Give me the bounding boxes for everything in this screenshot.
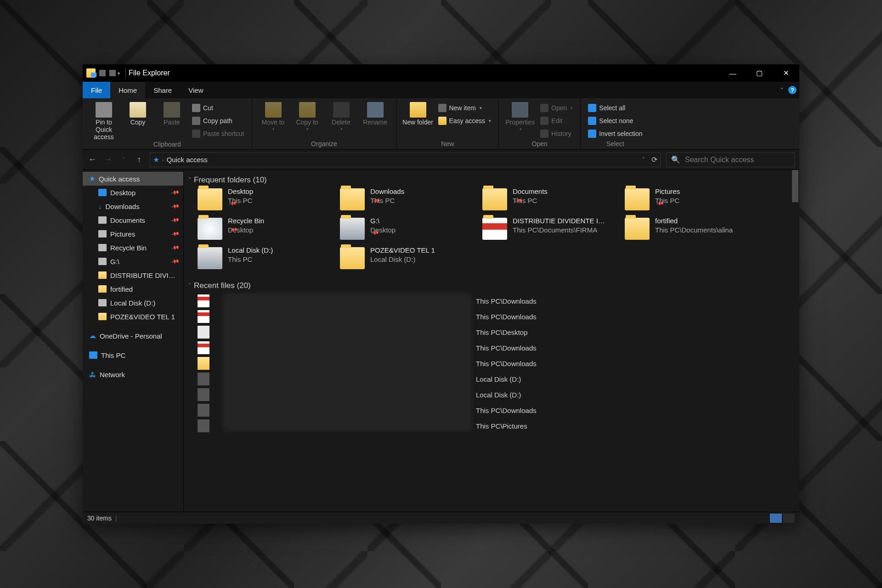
app-icon [86, 68, 96, 78]
frequent-folder[interactable]: DocumentsThis PC📌 [482, 187, 620, 214]
sidebar-icon [98, 230, 107, 237]
file-thumbnail [198, 357, 209, 370]
properties-button[interactable]: Properties▾ [503, 101, 537, 131]
paste-button[interactable]: Paste [155, 101, 188, 126]
sidebar-item-label: fortified [110, 285, 133, 293]
navigation-bar: ← → ˅ ↑ ★ › Quick access ˅ ⟳ 🔍 Search Qu… [83, 150, 799, 170]
qat-dropdown-icon[interactable]: ▾ [118, 71, 120, 76]
vertical-scrollbar[interactable] [791, 170, 799, 512]
ribbon-group-clipboard: Pin to Quick access Copy Paste Cut Copy … [83, 98, 252, 149]
edit-button[interactable]: Edit [537, 115, 576, 127]
copy-button[interactable]: Copy [121, 101, 154, 126]
folder-name: Local Disk (D:) [228, 246, 273, 255]
sidebar-item[interactable]: G:\📌 [83, 254, 183, 268]
recent-file-location: This PC\Downloads [476, 313, 537, 321]
move-icon [265, 102, 282, 118]
copy-path-icon [192, 117, 200, 125]
rename-button[interactable]: Rename [359, 101, 392, 126]
frequent-folder[interactable]: Local Disk (D:)This PC [198, 246, 335, 273]
navigation-pane[interactable]: ★ Quick access Desktop📌↓Downloads📌Docume… [83, 170, 184, 512]
chevron-down-icon: ˅ [188, 283, 191, 289]
titlebar[interactable]: ▾ File Explorer — ▢ ✕ [83, 64, 799, 82]
address-bar[interactable]: ★ › Quick access ˅ ⟳ [150, 153, 661, 167]
up-button[interactable]: ↑ [134, 155, 144, 164]
collapse-ribbon-icon[interactable]: ˄ [780, 87, 784, 94]
sidebar-item[interactable]: POZE&VIDEO TEL 1 [83, 310, 183, 323]
folder-name: Documents [513, 187, 548, 196]
pc-icon [89, 351, 97, 359]
forward-button[interactable]: → [103, 155, 113, 164]
copy-to-button[interactable]: Copy to▾ [291, 101, 324, 131]
sidebar-item[interactable]: Local Disk (D:) [83, 296, 183, 310]
paste-shortcut-button[interactable]: Paste shortcut [189, 128, 247, 140]
pin-to-quick-access-button[interactable]: Pin to Quick access [87, 101, 120, 141]
tab-file[interactable]: File [83, 82, 110, 98]
sidebar-this-pc[interactable]: This PC [83, 348, 183, 362]
help-icon[interactable]: ? [788, 86, 797, 94]
copy-path-button[interactable]: Copy path [189, 115, 247, 127]
frequent-folder[interactable]: PicturesThis PC📌 [625, 187, 763, 214]
sidebar-item[interactable]: Documents📌 [83, 213, 183, 227]
select-none-button[interactable]: Select none [585, 115, 645, 127]
history-button[interactable]: History [537, 128, 576, 140]
refresh-button[interactable]: ⟳ [651, 155, 657, 164]
address-text: Quick access [167, 156, 208, 164]
separator [125, 68, 126, 78]
sidebar-item-label: G:\ [110, 258, 119, 266]
sidebar-network[interactable]: 🖧Network [83, 368, 183, 381]
new-item-button[interactable]: New item▾ [435, 102, 494, 114]
file-explorer-window: ▾ File Explorer — ▢ ✕ File Home Share Vi… [83, 64, 799, 524]
qat-slot[interactable] [99, 70, 106, 76]
open-button[interactable]: Open▾ [537, 102, 576, 114]
large-icons-view-button[interactable] [783, 514, 795, 523]
frequent-folder[interactable]: POZE&VIDEO TEL 1Local Disk (D:) [340, 246, 478, 273]
tab-share[interactable]: Share [145, 82, 180, 98]
scroll-thumb[interactable] [792, 170, 798, 202]
tab-home[interactable]: Home [110, 82, 145, 98]
sidebar-item[interactable]: Desktop📌 [83, 186, 183, 199]
window-title: File Explorer [129, 69, 170, 77]
group-label: New [401, 140, 494, 148]
invert-selection-button[interactable]: Invert selection [585, 128, 645, 140]
move-to-button[interactable]: Move to▾ [257, 101, 290, 131]
delete-button[interactable]: Delete▾ [325, 101, 358, 131]
select-all-button[interactable]: Select all [585, 102, 645, 114]
sidebar-item[interactable]: ↓Downloads📌 [83, 199, 183, 213]
folder-location: This PC [228, 255, 273, 264]
sidebar-icon [98, 216, 107, 224]
section-recent-files[interactable]: ˅Recent files (20) [187, 279, 799, 293]
chevron-right-icon: › [162, 157, 164, 163]
sidebar-icon [98, 285, 107, 293]
quick-access-star-icon: ★ [153, 155, 159, 164]
address-dropdown-icon[interactable]: ˅ [642, 157, 645, 163]
search-input[interactable]: 🔍 Search Quick access [666, 153, 795, 167]
sidebar-item[interactable]: Pictures📌 [83, 227, 183, 241]
maximize-button[interactable]: ▢ [746, 64, 773, 82]
sidebar-onedrive[interactable]: ☁OneDrive - Personal [83, 329, 183, 343]
tab-view[interactable]: View [180, 82, 211, 98]
sidebar-quick-access[interactable]: ★ Quick access [83, 172, 183, 186]
frequent-folder[interactable]: DownloadsThis PC📌 [340, 187, 478, 214]
sidebar-item[interactable]: Recycle Bin📌 [83, 241, 183, 254]
recent-locations-button[interactable]: ˅ [119, 157, 129, 163]
easy-access-button[interactable]: Easy access▾ [435, 115, 494, 127]
new-folder-button[interactable]: New folder [401, 101, 435, 126]
separator: | [115, 514, 117, 522]
recent-file-location: This PC\Downloads [476, 344, 537, 352]
select-all-icon [588, 104, 596, 112]
qat-slot[interactable] [109, 70, 116, 76]
file-thumbnail [198, 310, 209, 323]
back-button[interactable]: ← [87, 155, 97, 164]
frequent-folder[interactable]: DISTRIBUTIE DIVIDENTE IU…This PC\Documen… [482, 217, 620, 243]
cut-button[interactable]: Cut [189, 102, 247, 114]
frequent-folder[interactable]: Recycle BinDesktop📌 [198, 217, 335, 243]
close-button[interactable]: ✕ [773, 64, 799, 82]
frequent-folder[interactable]: DesktopThis PC📌 [198, 187, 335, 214]
sidebar-item[interactable]: DISTRIBUTIE DIVIDENTE [83, 268, 183, 282]
frequent-folder[interactable]: fortifiedThis PC\Documents\alina [625, 217, 763, 243]
details-view-button[interactable] [770, 514, 782, 523]
content-pane[interactable]: ˅Frequent folders (10) DesktopThis PC📌Do… [184, 170, 799, 512]
frequent-folder[interactable]: G:\Desktop📌 [340, 217, 478, 243]
sidebar-item[interactable]: fortified [83, 282, 183, 296]
minimize-button[interactable]: — [719, 64, 746, 82]
